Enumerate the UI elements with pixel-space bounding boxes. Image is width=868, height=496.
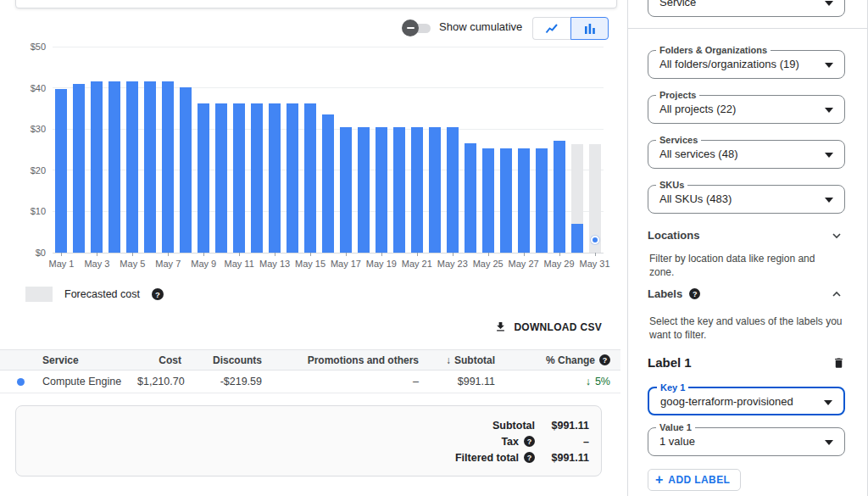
chevron-up-icon[interactable] [830,287,843,301]
billing-reports-page: Show cumulative $0$10$20$30$40$50May 1Ma… [0,0,868,496]
dropdown-arrow-icon [825,63,833,68]
x-tick [310,253,311,256]
actual-bar-May 16 [322,114,334,253]
actual-bar-May 26 [500,148,512,253]
service-cell: Compute Engine [41,376,136,387]
dropdown-arrow-icon [825,198,833,203]
actual-bar-May 15 [304,103,316,253]
cost-breakdown-table: Service Cost Discounts Promotions and ot… [0,349,620,393]
x-tick [168,253,169,256]
forecast-swatch [25,287,53,302]
x-axis-label: May 9 [185,259,222,269]
x-axis-label: May 3 [78,259,115,269]
x-tick [453,253,453,256]
label-key-select[interactable]: Key 1 goog-terraform-provisioned [648,387,845,415]
actual-bar-May 25 [482,148,494,253]
x-axis-label: May 11 [220,259,258,269]
labels-helper-text: Select the key and values of the labels … [649,315,843,342]
label-group-row: Label 1 [648,355,845,370]
labels-section-header[interactable]: Labels ? [648,287,845,300]
plus-icon: + [655,473,663,487]
chevron-down-icon[interactable] [830,229,843,242]
filtered-total-row: Filtered total ? $991.11 [16,449,589,465]
filter-select-skus[interactable]: SKUsAll SKUs (483) [648,185,845,214]
filters-sidebar: Service Folders & OrganizationsAll folde… [627,0,868,496]
y-axis-label: $20 [14,165,46,176]
x-axis-label: May 7 [149,259,186,269]
subtotal-row: Subtotal $991.11 [16,417,589,433]
tax-help-icon[interactable]: ? [524,436,535,447]
x-tick [346,253,347,256]
actual-bar-May 7 [162,81,174,253]
dropdown-arrow-icon [825,1,833,6]
change-column-header[interactable]: % Change ? [497,354,612,366]
x-tick [203,253,204,256]
x-axis-label: May 29 [541,259,578,269]
report-main-panel: Show cumulative $0$10$20$30$40$50May 1Ma… [0,0,627,496]
filter-select-folders-organizations[interactable]: Folders & OrganizationsAll folders/organ… [648,50,845,79]
actual-bar-May 17 [340,127,352,253]
forecast-help-icon[interactable]: ? [152,288,164,300]
x-tick [417,253,418,256]
sort-desc-icon: ↓ [446,354,451,366]
label-value-select[interactable]: Value 1 1 value [648,427,845,456]
service-column-header[interactable]: Service [41,354,136,366]
group-by-select[interactable]: Service [648,0,845,17]
y-axis-label: $50 [14,42,46,52]
subtotal-column-header[interactable]: ↓Subtotal [420,354,497,366]
actual-bar-May 12 [251,103,263,253]
discounts-column-header[interactable]: Discounts [183,354,264,366]
x-axis-label: May 17 [327,259,364,269]
cost-cell: $1,210.70 [136,376,183,387]
actual-bar-May 11 [233,103,245,253]
filtered-total-value: $991.11 [535,452,589,464]
filter-select-projects[interactable]: ProjectsAll projects (22) [648,95,845,124]
add-label-button[interactable]: + ADD LABEL [648,469,741,491]
actual-bar-May 21 [411,127,423,253]
actual-bar-May 29 [554,141,565,253]
tax-row: Tax ? – [16,433,589,449]
y-axis-label: $40 [14,83,46,93]
chart-legend: Forecasted cost ? [25,287,164,302]
label-key-value: goog-terraform-provisioned [660,388,793,415]
actual-bar-May 23 [447,127,459,253]
locations-section-header[interactable]: Locations [648,229,845,242]
download-csv-button[interactable]: DOWNLOAD CSV [494,320,602,333]
x-tick [61,253,62,256]
actual-bar-May 2 [73,84,85,253]
actual-point-May 31 [591,236,599,244]
x-tick [524,253,525,256]
delete-label-icon[interactable] [832,356,845,370]
labels-help-icon[interactable]: ? [689,288,700,299]
actual-bar-May 19 [376,127,387,253]
x-axis-label: May 15 [292,259,329,269]
x-axis-label: May 23 [434,259,471,269]
filtered-total-help-icon[interactable]: ? [524,452,535,463]
y-axis-label: $30 [14,124,46,134]
series-color-dot [17,378,25,386]
dropdown-arrow-icon [825,440,833,445]
gridline-$50 [53,47,604,47]
filter-value: All folders/organizations (19) [659,51,799,78]
cost-column-header[interactable]: Cost [136,354,183,366]
change-help-icon[interactable]: ? [599,354,610,365]
actual-bar-May 1 [55,89,67,253]
y-axis-label: $10 [14,206,46,216]
filter-value: All services (48) [659,141,737,168]
x-tick [275,253,275,256]
filter-select-services[interactable]: ServicesAll services (48) [648,140,845,169]
promotions-column-header[interactable]: Promotions and others [264,354,420,366]
label-group-title: Label 1 [648,355,692,370]
actual-bar-May 5 [126,81,138,253]
actual-bar-May 13 [269,103,281,253]
download-icon [494,320,507,333]
x-axis-label: May 21 [398,259,436,269]
actual-bar-May 9 [198,103,209,253]
x-axis-label: May 13 [256,259,293,269]
dropdown-arrow-icon [825,108,833,113]
table-row[interactable]: Compute Engine $1,210.70 -$219.59 – $991… [0,371,620,393]
forecast-legend-label: Forecasted cost [64,288,140,300]
filter-value: All projects (22) [659,96,736,123]
sidebar-content: Service Folders & OrganizationsAll folde… [648,0,845,496]
x-tick [488,253,489,256]
